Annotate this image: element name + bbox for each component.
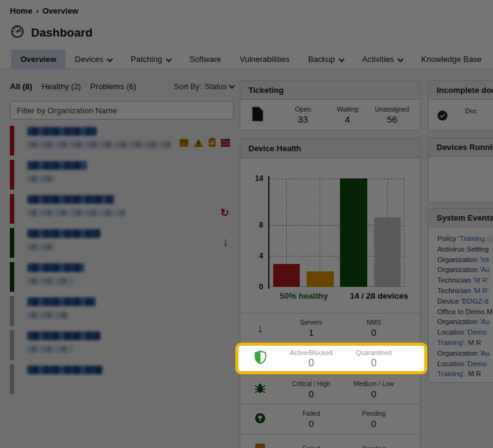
filter-all[interactable]: All (8)	[10, 82, 32, 91]
tab-software[interactable]: Software	[180, 50, 230, 69]
org-name-blurred	[27, 161, 87, 170]
system-events-card: System Events Policy 'Training Antivirus…	[428, 208, 493, 383]
y-tick: 14	[255, 174, 263, 183]
filter-problems[interactable]: Problems (6)	[90, 82, 136, 91]
y-tick: 4	[259, 252, 263, 260]
org-list-item[interactable]	[10, 126, 234, 156]
system-event-item[interactable]: Organization 'Au	[437, 265, 493, 275]
highlight-callout: Active/Blocked 0 Quarantined 0	[235, 343, 427, 374]
filter-healthy[interactable]: Healthy (2)	[41, 82, 81, 91]
stat-failed-2[interactable]: Failed	[280, 445, 342, 448]
org-list-item[interactable]: ↓	[10, 228, 234, 258]
incomplete-docs-card: Incomplete doc Doc	[428, 81, 493, 131]
breadcrumb-separator: ›	[36, 6, 38, 15]
y-tick: 8	[259, 221, 263, 229]
arrow-up-circle-icon	[255, 413, 266, 426]
stat-active-blocked[interactable]: Active/Blocked 0	[280, 349, 342, 369]
ticket-stat-open[interactable]: Open 33	[285, 105, 321, 125]
org-list-item[interactable]	[10, 160, 234, 190]
sort-by-label: Sort By:	[174, 82, 201, 91]
gauge-icon	[11, 25, 24, 41]
chevron-down-icon	[165, 56, 172, 63]
system-event-item[interactable]: Location 'Demo	[437, 359, 493, 369]
devices-running-title: Devices Runnin	[429, 138, 493, 157]
org-list-item[interactable]: ↻	[10, 194, 234, 224]
breadcrumb: Home›Overview	[10, 6, 78, 15]
chevron-down-icon	[229, 83, 235, 89]
stat-medium-low[interactable]: Medium / Low 0	[342, 380, 405, 399]
status-bar-critical	[10, 160, 14, 190]
stat-pending-2[interactable]: Pending	[342, 445, 405, 448]
status-bar-critical	[10, 126, 14, 156]
chevron-down-icon	[398, 56, 404, 63]
org-list-item[interactable]	[10, 330, 234, 360]
tab-patching[interactable]: Patching	[121, 50, 180, 69]
down-arrow-icon: ↓	[257, 321, 263, 335]
system-event-item[interactable]: Antivirus Setting	[437, 244, 493, 255]
status-bar-unknown	[10, 364, 14, 394]
gridline	[320, 178, 320, 287]
stat-failed[interactable]: Failed 0	[280, 410, 342, 429]
blurred-text-chip	[487, 235, 493, 242]
system-event-item[interactable]: Organization 'Au	[437, 317, 493, 327]
tab-vulnerabilities[interactable]: Vulnerabilities	[230, 50, 299, 69]
sort-by-control[interactable]: Sort By: Status	[174, 82, 234, 91]
stat-quarantined[interactable]: Quarantined 0	[342, 349, 405, 369]
tab-knowledge-base[interactable]: Knowledge Base	[412, 50, 491, 69]
tab-bar: Overview Devices Patching Software Vulne…	[0, 50, 493, 69]
stat-critical-high[interactable]: Critical / High 0	[280, 380, 342, 399]
system-events-list: Policy 'Training Antivirus Setting Organ…	[429, 227, 493, 385]
org-list: ↻ ↓	[10, 126, 234, 398]
org-detail-blurred	[27, 312, 69, 318]
bar-unknown[interactable]	[374, 217, 401, 288]
plot-area	[269, 178, 404, 287]
org-list-item[interactable]	[10, 262, 234, 292]
breadcrumb-home[interactable]: Home	[10, 6, 32, 15]
tab-backup[interactable]: Backup	[299, 50, 352, 69]
active-blocked-quarantined-row: Active/Blocked 0 Quarantined 0	[238, 346, 424, 371]
system-event-item[interactable]: Device 'BDGZ-d	[437, 296, 493, 307]
bar-healthy[interactable]	[340, 178, 367, 287]
devices-running-card: Devices Runnin	[428, 138, 493, 203]
bar-critical[interactable]	[273, 264, 300, 288]
org-name-blurred	[27, 229, 100, 238]
system-event-item[interactable]: Technician 'M R'	[437, 286, 493, 296]
org-name-blurred	[27, 127, 97, 136]
org-list-item[interactable]	[10, 364, 234, 394]
gridline	[404, 178, 404, 287]
tab-overview[interactable]: Overview	[11, 50, 66, 69]
stat-servers[interactable]: Servers 1	[280, 318, 342, 338]
tab-devices[interactable]: Devices	[66, 50, 121, 69]
stat-pending[interactable]: Pending 0	[342, 410, 405, 429]
content-area: All (8) Healthy (2) Problems (6) Sort By…	[0, 69, 493, 448]
bar-warning[interactable]	[307, 271, 334, 287]
system-event-item[interactable]: Organization 'Int	[437, 255, 493, 265]
org-search-input[interactable]	[10, 101, 234, 120]
org-detail-blurred	[27, 141, 171, 148]
breadcrumb-current: Overview	[42, 6, 78, 15]
ticket-stat-waiting[interactable]: Waiting 4	[329, 105, 365, 125]
system-event-item[interactable]: Organization 'Au	[437, 348, 493, 359]
status-bar-healthy	[10, 228, 14, 258]
org-detail-blurred	[27, 346, 73, 353]
org-name-blurred	[27, 195, 114, 204]
system-event-item[interactable]: Training'. M R	[437, 369, 493, 379]
system-event-item[interactable]: Office to Demo M	[437, 307, 493, 317]
tab-activities[interactable]: Activities	[353, 50, 412, 69]
system-event-item[interactable]: Training'. M R	[437, 338, 493, 348]
org-list-item[interactable]	[10, 296, 234, 326]
chevron-down-icon	[338, 56, 344, 63]
device-health-card: Device Health 14 8 4 0	[240, 139, 421, 448]
sort-by-value: Status	[205, 82, 227, 91]
incomplete-docs-title: Incomplete doc	[429, 81, 493, 100]
system-event-item[interactable]: Location 'Demo	[437, 327, 493, 338]
status-bar-critical	[10, 194, 14, 224]
doc-item-label[interactable]: Doc	[465, 107, 478, 115]
stat-nms[interactable]: NMS 0	[342, 318, 405, 338]
ticket-stat-unassigned[interactable]: Unassigned 56	[374, 105, 410, 125]
system-event-item[interactable]: Policy 'Training	[437, 234, 493, 244]
status-bar-healthy	[10, 262, 14, 292]
system-event-item[interactable]: Technician 'M R'	[437, 275, 493, 286]
dashboard-screen: Home›Overview Dashboard Overview Devices…	[0, 0, 493, 448]
chevron-down-icon	[107, 56, 113, 63]
